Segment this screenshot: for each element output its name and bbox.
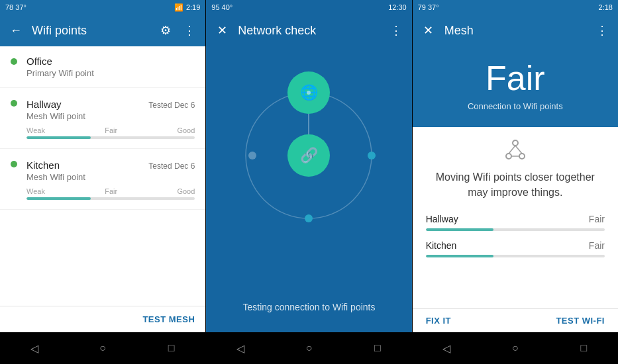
nav-back-1[interactable]: ◁ — [26, 340, 42, 356]
wifi-sub-hallway: Mesh Wifi point — [26, 111, 195, 121]
svg-point-12 — [506, 154, 511, 159]
status-right-3: 2:18 — [599, 3, 613, 11]
kitchen-signal-track — [26, 197, 195, 200]
app-bar-3: ✕ Mesh ⋮ — [413, 15, 618, 46]
mesh-kitchen-name: Kitchen — [426, 240, 457, 251]
label-good-h: Good — [177, 126, 195, 134]
status-bar-1: 78 37° 📶 2:19 — [0, 0, 205, 15]
nav-home-2[interactable]: ○ — [301, 340, 317, 356]
nav-home-1[interactable]: ○ — [95, 340, 111, 356]
wifi-list: Office Primary Wifi point Hallway Tested… — [0, 46, 205, 306]
mesh-hallway-fill — [426, 228, 494, 231]
panel1-bottom: TEST MESH — [0, 306, 205, 332]
network-diagram-svg: 🌐 🔗 — [236, 60, 382, 232]
nav-bar-1: ◁ ○ □ — [0, 332, 205, 364]
status-bar-3: 79 37° 2:18 — [413, 0, 618, 15]
test-mesh-button[interactable]: TEST MESH — [142, 314, 195, 324]
test-wifi-button[interactable]: TEST WI-FI — [556, 316, 605, 326]
wifi-name-office: Office — [26, 56, 195, 67]
status-left-3: 79 37° — [418, 3, 439, 11]
svg-point-6 — [368, 152, 376, 159]
label-fair-k: Fair — [105, 187, 117, 195]
mesh-header: Fair Connection to Wifi points — [413, 46, 618, 127]
mesh-hallway-status: Fair — [589, 214, 605, 224]
wifi-points-panel: 78 37° 📶 2:19 ← Wifi points ⚙ ⋮ Office P… — [0, 0, 205, 364]
status-right-2: 12:30 — [388, 3, 407, 11]
more-button-1[interactable]: ⋮ — [181, 23, 197, 38]
more-button-2[interactable]: ⋮ — [388, 23, 404, 38]
hallway-header-row: Hallway Tested Dec 6 — [26, 99, 195, 111]
mesh-kitchen-status: Fair — [589, 240, 605, 251]
wifi-dot-office — [11, 58, 17, 65]
svg-point-7 — [305, 214, 313, 222]
status-left-text-1: 78 37° — [5, 3, 26, 11]
wifi-item-office[interactable]: Office Primary Wifi point — [0, 46, 205, 88]
mesh-icon-row — [426, 138, 605, 161]
status-right-1: 📶 2:19 — [174, 3, 200, 12]
status-left-text-2: 95 40° — [211, 3, 232, 11]
mesh-hallway-track — [426, 228, 605, 231]
nav-recents-1[interactable]: □ — [164, 340, 180, 356]
wifi-name-kitchen: Kitchen — [26, 159, 60, 171]
more-button-3[interactable]: ⋮ — [594, 23, 610, 38]
mesh-description: Moving Wifi points closer together may i… — [426, 169, 605, 200]
svg-line-15 — [515, 146, 522, 154]
svg-point-8 — [248, 152, 256, 159]
status-left-2: 95 40° — [211, 3, 232, 11]
back-button[interactable]: ← — [8, 23, 24, 38]
app-bar-1: ← Wifi points ⚙ ⋮ — [0, 15, 205, 46]
network-check-title: Network check — [238, 24, 380, 38]
mesh-title: Mesh — [444, 24, 586, 38]
hallway-tested: Tested Dec 6 — [148, 101, 195, 110]
kitchen-tested: Tested Dec 6 — [148, 161, 195, 171]
status-bar-2: 95 40° 12:30 — [206, 0, 411, 15]
nav-bar-3: ◁ ○ □ — [413, 332, 618, 364]
label-good-k: Good — [177, 187, 195, 195]
wifi-name-hallway: Hallway — [26, 99, 62, 110]
svg-line-14 — [509, 146, 515, 154]
wifi-item-hallway[interactable]: Hallway Tested Dec 6 Mesh Wifi point Wea… — [0, 88, 205, 149]
nav-recents-2[interactable]: □ — [370, 340, 386, 356]
mesh-fair-title: Fair — [423, 60, 607, 97]
svg-point-10 — [307, 91, 311, 95]
bluetooth-icon: 📶 — [174, 3, 183, 12]
wifi-dot-hallway — [11, 100, 17, 107]
app-bar-2: ✕ Network check ⋮ — [206, 15, 411, 46]
kitchen-header-row: Kitchen Tested Dec 6 — [26, 159, 195, 172]
close-button-3[interactable]: ✕ — [421, 23, 437, 38]
nav-recents-3[interactable]: □ — [576, 340, 592, 356]
kitchen-signal-fill — [26, 197, 91, 200]
close-button-2[interactable]: ✕ — [214, 23, 230, 38]
mesh-bottom-bar: FIX IT TEST WI-FI — [413, 308, 618, 332]
hallway-signal-track — [26, 136, 195, 139]
status-time-1: 2:19 — [186, 3, 200, 11]
wifi-sub-office: Primary Wifi point — [26, 68, 195, 78]
nav-back-2[interactable]: ◁ — [232, 340, 248, 356]
mesh-kitchen-track — [426, 255, 605, 257]
wifi-sub-kitchen: Mesh Wifi point — [26, 172, 195, 182]
fix-it-button[interactable]: FIX IT — [426, 316, 451, 326]
kitchen-signal-labels: Weak Fair Good — [26, 187, 195, 195]
mesh-panel: 79 37° 2:18 ✕ Mesh ⋮ Fair Connection to … — [413, 0, 618, 364]
status-time-3: 2:18 — [599, 3, 613, 11]
hallway-signal-container: Weak Fair Good — [26, 126, 195, 139]
wifi-dot-kitchen — [11, 161, 17, 167]
status-left-text-3: 79 37° — [418, 3, 439, 11]
wifi-points-title: Wifi points — [32, 24, 150, 38]
label-weak-k: Weak — [26, 187, 45, 195]
network-diagram: 🌐 🔗 — [236, 60, 382, 232]
hallway-signal-fill — [26, 136, 91, 139]
mesh-kitchen-fill — [426, 255, 494, 257]
wifi-item-kitchen[interactable]: Kitchen Tested Dec 6 Mesh Wifi point Wea… — [0, 149, 205, 210]
nav-back-3[interactable]: ◁ — [438, 340, 454, 356]
svg-point-13 — [519, 154, 525, 159]
settings-button[interactable]: ⚙ — [158, 23, 174, 38]
nav-home-3[interactable]: ○ — [507, 340, 523, 356]
label-weak-h: Weak — [26, 126, 45, 134]
nav-bar-2: ◁ ○ □ — [206, 332, 411, 364]
mesh-hallway-name: Hallway — [426, 214, 458, 224]
mesh-body: Moving Wifi points closer together may i… — [413, 127, 618, 308]
mesh-network-icon — [503, 138, 527, 161]
svg-point-11 — [513, 140, 518, 146]
status-left-1: 78 37° — [5, 3, 26, 11]
